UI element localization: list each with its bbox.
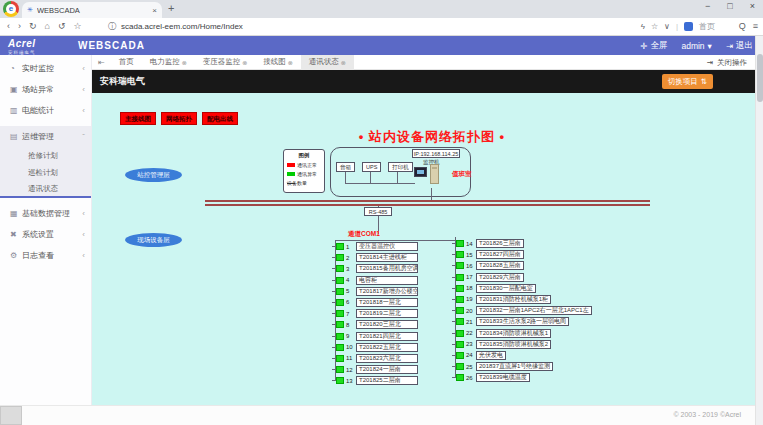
device-name-box[interactable]: T201830一层配电室 [476, 284, 536, 293]
device-row[interactable]: 3 T201815备用机房空调总柜 [336, 264, 418, 273]
workspace-tab[interactable]: 电力监控 ⊗ [142, 55, 195, 70]
sidebar-item[interactable]: ▥ 电能统计 ‹ [0, 100, 91, 121]
device-name-box[interactable]: T201827四层南 [476, 250, 524, 259]
menu-icon[interactable]: ≡ [753, 21, 758, 31]
device-name-box[interactable]: T201821四层北 [356, 332, 418, 341]
device-name-box[interactable]: T201833生活水泵2路一层弱电间 [476, 317, 569, 326]
bookmark-label[interactable]: 首页 [699, 21, 715, 32]
sidebar-item[interactable]: 巡检计划 [0, 164, 91, 181]
close-operations-button[interactable]: ⇥ 关闭操作 [707, 55, 747, 70]
sidebar-item[interactable]: ▤ 运维管理 ˇ [0, 126, 91, 147]
device-row[interactable]: 23 T201835消防喷淋机械泵2 [456, 340, 592, 349]
diagram-nav-button[interactable]: 主接线图 [120, 112, 156, 125]
peripheral-device-box[interactable]: UPS [362, 162, 381, 172]
device-row[interactable]: 21 T201833生活水泵2路一层弱电间 [456, 317, 592, 326]
workspace-tab[interactable]: 接线图 ⊗ [255, 55, 301, 70]
new-tab-button[interactable]: + [168, 2, 174, 14]
device-row[interactable]: 6 T201818一层北 [336, 298, 418, 307]
device-row[interactable]: 2 T201814主进线柜 [336, 253, 418, 262]
device-row[interactable]: 11 T201823六层北 [336, 354, 418, 363]
device-name-box[interactable]: T201819二层北 [356, 309, 418, 318]
device-name-box[interactable]: 电容柜 [356, 276, 418, 285]
workspace-tab[interactable]: 通讯状态 ⊗ [301, 55, 354, 70]
device-name-box[interactable]: 变压器温控仪 [356, 242, 418, 251]
sidebar-item[interactable]: ✖ 系统设置 ‹ [0, 224, 91, 245]
home-icon[interactable]: ⌂ [45, 21, 50, 31]
device-name-box[interactable]: T201814主进线柜 [356, 253, 418, 262]
scrollbar-thumb[interactable] [757, 54, 763, 102]
window-maximize-icon[interactable]: □ [727, 1, 732, 11]
device-name-box[interactable]: T201834消防喷淋机械泵1 [476, 329, 551, 338]
caret-down-icon[interactable]: ∨ [664, 22, 670, 31]
history-icon[interactable]: ↺ [58, 21, 66, 31]
device-row[interactable]: 4 电容柜 [336, 276, 418, 285]
device-name-box[interactable]: 201837直流屏1号绝缘监测 [476, 362, 553, 371]
bookmark-star-icon[interactable]: ☆ [74, 21, 82, 31]
workspace-tab-close-icon[interactable]: ⊗ [288, 59, 293, 66]
reload-icon[interactable]: ↻ [29, 21, 37, 31]
browser-tab[interactable]: ✳ WEBSCADA × [22, 2, 162, 18]
device-name-box[interactable]: T201835消防喷淋机械泵2 [476, 340, 551, 349]
device-name-box[interactable]: T201828五层南 [476, 261, 524, 270]
browser-logo-icon[interactable]: e [3, 1, 19, 17]
workspace-tab-close-icon[interactable]: ⊗ [182, 59, 187, 66]
fullscreen-button[interactable]: ✛ 全屏 [640, 40, 667, 52]
device-name-box[interactable]: T201817新增办公楼空调 [356, 287, 418, 296]
user-menu[interactable]: admin ▾ [681, 41, 711, 51]
collapse-sidebar-icon[interactable]: ⇤ [92, 58, 111, 67]
device-name-box[interactable]: T201820三层北 [356, 320, 418, 329]
device-row[interactable]: 1 变压器温控仪 [336, 242, 418, 251]
device-name-box[interactable]: T201818一层北 [356, 298, 418, 307]
search-icon[interactable]: Q [739, 21, 746, 31]
device-row[interactable]: 13 T201825二层南 [336, 376, 418, 385]
back-icon[interactable]: ‹ [7, 21, 10, 31]
device-name-box[interactable]: T201822五层北 [356, 343, 418, 352]
device-row[interactable]: 14 T201826三层南 [456, 239, 592, 248]
sidebar-item[interactable]: ▦ 基础数据管理 ‹ [0, 203, 91, 224]
sidebar-item[interactable]: ▣ 场站异常 ‹ [0, 79, 91, 100]
diagram-nav-button[interactable]: 网络拓扑 [161, 112, 197, 125]
workspace-tab[interactable]: 变压器监控 ⊗ [195, 55, 256, 70]
device-name-box[interactable]: 光伏发电 [476, 351, 506, 360]
sidebar-item[interactable]: 通讯状态 [0, 181, 91, 198]
device-name-box[interactable]: T201839电缆温度 [476, 373, 530, 382]
workspace-tab-close-icon[interactable]: ⊗ [341, 59, 346, 66]
device-row[interactable]: 15 T201827四层南 [456, 250, 592, 259]
forward-icon[interactable]: › [18, 21, 21, 31]
bookmark-site-icon[interactable] [684, 22, 693, 31]
device-row[interactable]: 9 T201821四层北 [336, 332, 418, 341]
device-row[interactable]: 18 T201830一层配电室 [456, 284, 592, 293]
device-name-box[interactable]: T201824一层南 [356, 365, 418, 374]
device-row[interactable]: 26 T201839电缆温度 [456, 373, 592, 382]
device-row[interactable]: 22 T201834消防喷淋机械泵1 [456, 329, 592, 338]
device-row[interactable]: 17 T201829六层南 [456, 273, 592, 282]
device-row[interactable]: 16 T201828五层南 [456, 261, 592, 270]
device-row[interactable]: 24 光伏发电 [456, 351, 592, 360]
workspace-tab[interactable]: 首页 ⊗ [111, 55, 142, 70]
device-row[interactable]: 12 T201824一层南 [336, 365, 418, 374]
tab-close-icon[interactable]: × [152, 6, 157, 15]
logout-button[interactable]: ⇥ 退出 [726, 40, 753, 52]
sidebar-item[interactable]: ◔ 实时监控 ‹ [0, 58, 91, 79]
device-name-box[interactable]: T201832一层南1APC2右一层北1APC1左 [476, 306, 592, 315]
device-name-box[interactable]: T201831消防栓机械泵1柜 [476, 295, 551, 304]
switch-project-button[interactable]: 切换项目 ⇅ [662, 74, 713, 89]
diagram-nav-button[interactable]: 配电出线 [202, 112, 238, 125]
url-input[interactable]: scada.acrel-eem.com/Home/Index [121, 22, 243, 31]
device-name-box[interactable]: T201825二层南 [356, 376, 418, 385]
site-info-icon[interactable]: ⓘ [108, 21, 116, 32]
device-row[interactable]: 8 T201820三层北 [336, 320, 418, 329]
window-minimize-icon[interactable]: − [705, 1, 710, 11]
device-row[interactable]: 10 T201822五层北 [336, 343, 418, 352]
sidebar-item[interactable]: 抢修计划 [0, 147, 91, 164]
device-row[interactable]: 19 T201831消防栓机械泵1柜 [456, 295, 592, 304]
device-row[interactable]: 5 T201817新增办公楼空调 [336, 287, 418, 296]
extension-icon[interactable]: ϟ [641, 22, 645, 31]
page-scrollbar[interactable] [755, 36, 763, 425]
device-name-box[interactable]: T201823六层北 [356, 354, 418, 363]
sidebar-item[interactable]: ⚙ 日志查看 ‹ [0, 245, 91, 266]
device-name-box[interactable]: T201829六层南 [476, 273, 524, 282]
device-row[interactable]: 25 201837直流屏1号绝缘监测 [456, 362, 592, 371]
window-close-icon[interactable]: × [750, 1, 755, 11]
device-name-box[interactable]: T201815备用机房空调总柜 [356, 264, 418, 273]
